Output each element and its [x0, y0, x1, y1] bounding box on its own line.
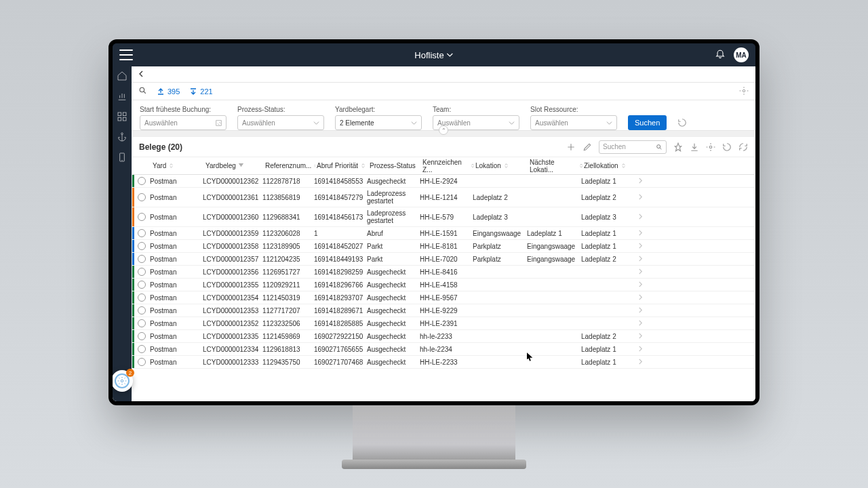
table-row[interactable]: Postman LCYD0000012359 1123206028 1 Abru… [132, 227, 755, 240]
status-stripe [132, 343, 134, 355]
row-radio[interactable] [138, 268, 146, 276]
download-icon[interactable] [690, 142, 699, 152]
table-row[interactable]: Postman LCYD0000012361 1123856819 169141… [132, 188, 755, 207]
cell-ref: 1123856819 [262, 194, 314, 201]
add-icon[interactable] [566, 142, 576, 152]
search-button[interactable]: Suchen [628, 115, 667, 130]
row-nav-icon[interactable] [634, 307, 646, 314]
row-nav-icon[interactable] [634, 294, 646, 302]
table-row[interactable]: Postman LCYD0000012358 1123189905 169141… [132, 240, 755, 253]
cell-proc: Ausgecheckt [367, 346, 420, 353]
filter-start-select[interactable]: Auswählen [140, 115, 226, 130]
outbound-count[interactable]: 221 [189, 87, 212, 96]
row-nav-icon[interactable] [634, 230, 646, 237]
table-row[interactable]: Postman LCYD0000012354 1121450319 169141… [132, 291, 755, 304]
svg-rect-0 [118, 113, 121, 116]
collapse-toggle-icon[interactable]: ⌃ [439, 125, 448, 135]
page-title-text: Hofliste [414, 50, 443, 60]
page-title[interactable]: Hofliste [414, 50, 453, 60]
row-nav-icon[interactable] [634, 320, 646, 327]
col-abruf-prioritaet[interactable]: Abruf Priorität [317, 162, 370, 169]
row-radio[interactable] [138, 332, 146, 340]
chevron-down-icon [447, 52, 454, 58]
row-nav-icon[interactable] [634, 333, 646, 340]
cell-yardbeleg: LCYD0000012361 [203, 194, 262, 201]
chart-icon[interactable] [117, 91, 127, 102]
row-nav-icon[interactable] [634, 194, 646, 201]
row-radio[interactable] [138, 345, 146, 353]
row-radio[interactable] [138, 293, 146, 302]
row-radio[interactable] [138, 242, 146, 250]
col-yardbeleg[interactable]: Yardbeleg [205, 162, 265, 169]
cell-kenn: HH-LE-9567 [420, 294, 473, 302]
row-radio[interactable] [138, 358, 146, 366]
back-icon[interactable] [137, 68, 145, 81]
col-naechste-lokation[interactable]: Nächste Lokati... [530, 159, 584, 174]
row-nav-icon[interactable] [634, 256, 646, 263]
row-radio[interactable] [138, 193, 146, 201]
col-referenznummer[interactable]: Referenznum... [265, 162, 317, 169]
row-radio[interactable] [138, 255, 146, 263]
grid-icon[interactable] [117, 111, 127, 122]
row-radio[interactable] [138, 281, 146, 289]
cell-proc: Ausgecheckt [367, 268, 420, 276]
cell-ref: 1122878718 [262, 178, 314, 185]
row-nav-icon[interactable] [634, 214, 646, 221]
table-settings-icon[interactable] [706, 142, 715, 152]
cell-proc: Ladeprozess gestartet [367, 209, 420, 224]
inbound-count[interactable]: 395 [157, 87, 180, 96]
row-nav-icon[interactable] [634, 346, 646, 353]
row-nav-icon[interactable] [634, 243, 646, 250]
filter-slot-select[interactable]: Auswählen [530, 115, 617, 130]
row-radio[interactable] [138, 213, 146, 221]
mouse-cursor [527, 352, 534, 362]
row-radio[interactable] [138, 229, 146, 237]
mobile-icon[interactable] [117, 152, 127, 163]
filter-proc-select[interactable]: Auswählen [237, 115, 324, 130]
col-kennzeichen[interactable]: Kennzeichen Z... [422, 159, 475, 174]
settings-icon[interactable] [739, 86, 749, 97]
table-row[interactable]: Postman LCYD0000012334 1129618813 169027… [132, 343, 755, 356]
svg-point-8 [743, 89, 745, 92]
table-row[interactable]: Postman LCYD0000012356 1126951727 169141… [132, 266, 755, 279]
filter-team-label: Team: [433, 106, 519, 113]
row-radio[interactable] [138, 177, 146, 185]
avatar[interactable]: MA [734, 47, 749, 62]
row-nav-icon[interactable] [634, 178, 646, 185]
table-row[interactable]: Postman LCYD0000012355 1120929211 169141… [132, 279, 755, 291]
anchor-icon[interactable] [117, 131, 127, 142]
table-row[interactable]: Postman LCYD0000012362 1122878718 169141… [132, 175, 755, 188]
refresh-icon[interactable] [722, 142, 732, 152]
col-lokation[interactable]: Lokation [475, 162, 530, 169]
menu-icon[interactable] [119, 49, 133, 60]
row-nav-icon[interactable] [634, 268, 646, 276]
col-ziellokation[interactable]: Ziellokation [584, 162, 637, 169]
col-prozess-status[interactable]: Prozess-Status [370, 162, 422, 169]
home-icon[interactable] [117, 70, 127, 81]
col-yard[interactable]: Yard [153, 162, 205, 169]
filter-yard-select[interactable]: 2 Elemente [335, 115, 422, 130]
row-nav-icon[interactable] [634, 359, 646, 366]
search-icon[interactable] [138, 86, 147, 96]
table-search-input[interactable]: Suchen [599, 140, 667, 154]
svg-rect-5 [120, 153, 125, 161]
cell-zlok: Ladeplatz 1 [581, 178, 634, 185]
table-row[interactable]: Postman LCYD0000012360 1129688341 169141… [132, 207, 755, 227]
table-row[interactable]: Postman LCYD0000012353 1127717207 169141… [132, 304, 755, 317]
sync-icon[interactable] [738, 142, 748, 152]
table-row[interactable]: Postman LCYD0000012357 1121204235 169141… [132, 253, 755, 266]
edit-icon[interactable] [583, 142, 592, 152]
pin-icon[interactable] [673, 142, 683, 152]
cell-proc: Ausgecheckt [367, 307, 420, 314]
copilot-button[interactable]: 2 [113, 370, 133, 392]
notifications-icon[interactable] [715, 48, 726, 62]
row-radio[interactable] [138, 319, 146, 327]
table-row[interactable]: Postman LCYD0000012335 1121459869 169027… [132, 330, 755, 343]
table-row[interactable]: Postman LCYD0000012352 1123232506 169141… [132, 317, 755, 330]
row-radio[interactable] [138, 306, 146, 314]
status-stripe [132, 253, 134, 265]
cell-yardbeleg: LCYD0000012354 [203, 294, 262, 302]
table-row[interactable]: Postman LCYD0000012333 1129435750 169027… [132, 356, 755, 369]
row-nav-icon[interactable] [634, 281, 646, 289]
reset-icon[interactable] [677, 118, 687, 127]
